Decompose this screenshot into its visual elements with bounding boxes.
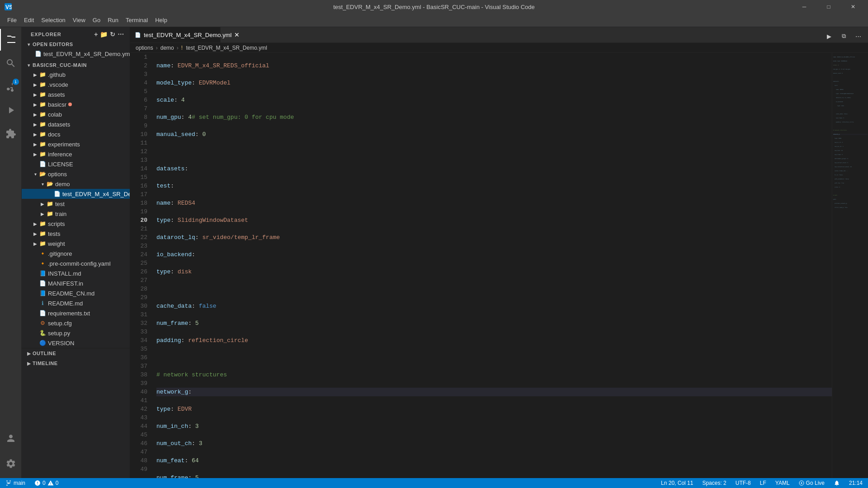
open-editors-section[interactable]: ▾ OPEN EDITORS xyxy=(22,40,130,49)
activity-settings[interactable] xyxy=(0,453,22,474)
outline-section[interactable]: ▶ OUTLINE xyxy=(22,348,130,358)
breadcrumb-file[interactable]: ! test_EDVR_M_x4_SR_Demo.yml xyxy=(181,45,267,51)
folder-icon: 📁 xyxy=(39,71,46,78)
tree-label-datasets: datasets xyxy=(48,121,70,128)
refresh-icon[interactable]: ↻ xyxy=(110,31,116,38)
activity-account[interactable] xyxy=(0,427,22,449)
cursor-position[interactable]: Ln 20, Col 11 xyxy=(659,478,695,488)
maximize-button[interactable]: □ xyxy=(818,0,839,14)
tree-item-requirements[interactable]: ▶ 📄 requirements.txt xyxy=(22,308,130,318)
folder-closed-icon: ▶ xyxy=(32,240,39,247)
activity-explorer[interactable] xyxy=(0,29,22,51)
code-line-9: name: REDS4 xyxy=(156,199,832,207)
tree-item-train[interactable]: ▶ 📁 train xyxy=(22,209,130,219)
tree-item-readme[interactable]: ▶ ℹ README.md xyxy=(22,298,130,308)
tree-item-github[interactable]: ▶ 📁 .github xyxy=(22,70,130,80)
branch-indicator[interactable]: main xyxy=(4,478,27,488)
minimize-button[interactable]: ─ xyxy=(794,0,815,14)
minimap-content: name: EDVR_M_x4_SR_REDS_official model_t… xyxy=(832,53,868,478)
python-file-icon: 🐍 xyxy=(39,329,46,337)
activity-extensions[interactable] xyxy=(0,123,22,145)
breadcrumb-filename: test_EDVR_M_x4_SR_Demo.yml xyxy=(186,45,267,51)
tab-label: test_EDVR_M_x4_SR_Demo.yml xyxy=(144,32,231,38)
menu-view[interactable]: View xyxy=(69,15,89,25)
md-file-icon: 📘 xyxy=(39,290,46,297)
folder-open-icon: 📂 xyxy=(39,170,46,178)
language-text: YAML xyxy=(775,480,790,486)
tree-item-setup-py[interactable]: ▶ 🐍 setup.py xyxy=(22,328,130,338)
folder-icon: 📁 xyxy=(39,150,46,158)
code-line-16: num_frame: 5 xyxy=(156,319,832,328)
tree-item-test[interactable]: ▶ 📁 test xyxy=(22,199,130,209)
tree-item-license[interactable]: ▶ 📄 LICENSE xyxy=(22,159,130,169)
indentation[interactable]: Spaces: 2 xyxy=(700,478,728,488)
tree-item-version[interactable]: ▶ 🔵 VERSION xyxy=(22,338,130,348)
tree-item-demo[interactable]: ▾ 📂 demo xyxy=(22,179,130,189)
code-editor[interactable]: name: EDVR_M_x4_SR_REDS_official model_t… xyxy=(153,53,832,478)
tree-item-options[interactable]: ▾ 📂 options xyxy=(22,169,130,179)
notifications-button[interactable] xyxy=(832,478,842,488)
tree-item-install[interactable]: ▶ 📘 INSTALL.md xyxy=(22,268,130,278)
status-bar-left: main 0 0 xyxy=(4,478,60,488)
menu-run[interactable]: Run xyxy=(104,15,122,25)
encoding-text: UTF-8 xyxy=(736,480,751,486)
tree-item-assets[interactable]: ▶ 📁 assets xyxy=(22,89,130,99)
collapse-all-icon[interactable]: ⋯ xyxy=(118,31,124,38)
tree-item-tests[interactable]: ▶ 📁 tests xyxy=(22,229,130,239)
tree-item-vscode[interactable]: ▶ 📁 .vscode xyxy=(22,80,130,89)
tree-item-experiments[interactable]: ▶ 📁 experiments xyxy=(22,139,130,149)
code-line-20: network_g: xyxy=(156,388,832,396)
tree-item-readme-cn[interactable]: ▶ 📘 README_CN.md xyxy=(22,288,130,298)
menu-help[interactable]: Help xyxy=(151,15,171,25)
tree-item-datasets[interactable]: ▶ 📁 datasets xyxy=(22,119,130,129)
tree-item-colab[interactable]: ▶ 📁 colab xyxy=(22,109,130,119)
open-editor-item[interactable]: 📄 test_EDVR_M_x4_SR_Demo.yml xyxy=(22,49,130,59)
menu-terminal[interactable]: Terminal xyxy=(122,15,151,25)
activity-search[interactable] xyxy=(0,52,22,74)
tree-item-active-file[interactable]: ▶ 📄 test_EDVR_M_x4_SR_Demo.yml xyxy=(22,189,130,199)
errors-indicator[interactable]: 0 0 xyxy=(33,478,60,488)
tree-item-gitignore[interactable]: ▶ 🔸 .gitignore xyxy=(22,249,130,258)
main-layout: 1 EXPLORER + � xyxy=(0,27,868,478)
encoding[interactable]: UTF-8 xyxy=(734,478,753,488)
new-file-icon[interactable]: + xyxy=(94,31,98,38)
editor-tab-active[interactable]: 📄 test_EDVR_M_x4_SR_Demo.yml ✕ xyxy=(130,27,221,42)
new-folder-icon[interactable]: 📁 xyxy=(100,31,108,38)
tree-label-precommit: .pre-commit-config.yaml xyxy=(48,260,111,267)
folder-icon: 📁 xyxy=(39,131,46,138)
tree-label-colab: colab xyxy=(48,111,62,118)
tree-item-setup-cfg[interactable]: ▶ ⚙ setup.cfg xyxy=(22,318,130,328)
folder-closed-icon: ▶ xyxy=(32,121,39,128)
tree-item-scripts[interactable]: ▶ 📁 scripts xyxy=(22,219,130,229)
folder-closed-icon: ▶ xyxy=(32,150,39,158)
go-live-button[interactable]: Go Live xyxy=(797,478,826,488)
language-mode[interactable]: YAML xyxy=(774,478,792,488)
tree-item-docs[interactable]: ▶ 📁 docs xyxy=(22,129,130,139)
tree-item-precommit[interactable]: ▶ 🔸 .pre-commit-config.yaml xyxy=(22,258,130,268)
split-editor-button[interactable]: ⧉ xyxy=(837,30,850,42)
tree-item-weight[interactable]: ▶ 📁 weight xyxy=(22,239,130,249)
line-ending[interactable]: LF xyxy=(758,478,768,488)
menu-edit[interactable]: Edit xyxy=(20,15,38,25)
close-button[interactable]: ✕ xyxy=(843,0,863,14)
activity-run[interactable] xyxy=(0,99,22,121)
menu-selection[interactable]: Selection xyxy=(38,15,69,25)
project-root-section[interactable]: ▾ BASICSR_CUC-MAIN xyxy=(22,61,130,70)
more-actions-button[interactable]: ⋯ xyxy=(852,30,864,42)
run-code-button[interactable]: ▶ xyxy=(823,30,835,42)
tree-label-test: test xyxy=(55,201,65,207)
yaml-tab-icon: 📄 xyxy=(135,32,141,38)
menu-go[interactable]: Go xyxy=(89,15,104,25)
timeline-section[interactable]: ▶ TIMELINE xyxy=(22,358,130,368)
activity-source-control[interactable]: 1 xyxy=(0,76,22,98)
file-icon: 📄 xyxy=(39,160,46,168)
tree-item-inference[interactable]: ▶ 📁 inference xyxy=(22,149,130,159)
breadcrumb-options[interactable]: options xyxy=(136,45,153,51)
breadcrumb-demo[interactable]: demo xyxy=(160,45,174,51)
tree-item-basicsr[interactable]: ▶ 📁 basicsr xyxy=(22,99,130,109)
git-branch-icon xyxy=(5,480,12,486)
tree-item-manifest[interactable]: ▶ 📄 MANIFEST.in xyxy=(22,278,130,288)
breadcrumb-sep1: › xyxy=(156,45,158,51)
menu-file[interactable]: File xyxy=(4,15,20,25)
tab-close-button[interactable]: ✕ xyxy=(234,31,240,39)
